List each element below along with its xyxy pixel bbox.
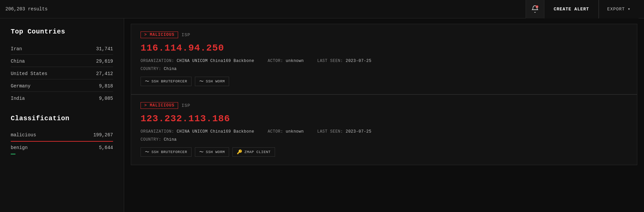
tag[interactable]: 〜 SSH WORM <box>195 147 229 157</box>
actor-meta: ACTOR: unknown <box>268 129 304 134</box>
classification-item[interactable]: benign 5,644 <box>11 142 113 154</box>
alert-icon-button[interactable]: ! <box>526 0 544 18</box>
chevron-down-icon: ▾ <box>628 6 631 12</box>
tag-icon: 🔑 <box>237 149 243 155</box>
classification-count: 5,644 <box>99 145 113 150</box>
tag[interactable]: 🔑 ZMAP CLIENT <box>232 147 275 157</box>
country-item[interactable]: India 9,085 <box>11 92 113 104</box>
create-alert-button[interactable]: CREATE ALERT <box>544 0 599 18</box>
country-item[interactable]: China 29,619 <box>11 55 113 67</box>
export-label: EXPORT <box>607 7 625 12</box>
bell-icon: ! <box>531 5 539 13</box>
results-list: > MALICIOUS ISP 116.114.94.250 ORGANIZAT… <box>131 24 637 165</box>
country-value: China <box>164 67 177 71</box>
ip-address[interactable]: 123.232.113.186 <box>141 114 628 124</box>
tags-container: 〜 SSH BRUTEFORCER 〜 SSH WORM <box>141 77 628 86</box>
organization-meta: ORGANIZATION: CHINA UNICOM China169 Back… <box>141 129 254 134</box>
classification-name: malicious <box>11 132 36 138</box>
classification-count: 199,267 <box>93 132 113 138</box>
country-item[interactable]: Germany 9,818 <box>11 79 113 92</box>
main-layout: Top Countries Iran 31,741 China 29,619 U… <box>0 18 644 212</box>
tag-label: ZMAP CLIENT <box>245 150 271 154</box>
top-bar: 206,203 results ! CREATE ALERT EXPORT ▾ <box>0 0 644 18</box>
classification-title: Classification <box>11 115 113 122</box>
svg-text:!: ! <box>537 6 537 8</box>
result-card: > MALICIOUS ISP 123.232.113.186 ORGANIZA… <box>131 94 637 165</box>
country-count: 9,818 <box>99 83 113 89</box>
classification-item[interactable]: malicious 199,267 <box>11 129 113 142</box>
country-meta: COUNTRY: China <box>141 67 628 71</box>
tag-icon: 〜 <box>199 78 204 84</box>
country-name: India <box>11 96 25 101</box>
card-header: > MALICIOUS ISP <box>141 31 628 38</box>
countries-list: Iran 31,741 China 29,619 United States 2… <box>11 42 113 104</box>
card-header: > MALICIOUS ISP <box>141 102 628 109</box>
country-count: 29,619 <box>96 59 113 64</box>
tag-label: SSH BRUTEFORCER <box>152 79 187 83</box>
country-item[interactable]: Iran 31,741 <box>11 42 113 55</box>
card-type: ISP <box>181 32 190 38</box>
country-count: 9,085 <box>99 96 113 101</box>
last-seen-value: 2023-07-25 <box>345 59 371 63</box>
last-seen-value: 2023-07-25 <box>345 129 371 134</box>
tag[interactable]: 〜 SSH BRUTEFORCER <box>141 77 192 86</box>
classification-list: malicious 199,267 benign 5,644 <box>11 129 113 154</box>
tag-label: SSH WORM <box>206 150 225 154</box>
actor-value: unknown <box>286 129 304 134</box>
tags-container: 〜 SSH BRUTEFORCER 〜 SSH WORM 🔑 ZMAP CLIE… <box>141 147 628 157</box>
ip-address[interactable]: 116.114.94.250 <box>141 43 628 53</box>
export-button[interactable]: EXPORT ▾ <box>599 0 639 18</box>
top-bar-actions: ! CREATE ALERT EXPORT ▾ <box>526 0 639 18</box>
country-item[interactable]: United States 27,412 <box>11 67 113 79</box>
country-name: United States <box>11 71 47 76</box>
card-meta: ORGANIZATION: CHINA UNICOM China169 Back… <box>141 59 628 63</box>
last-seen-meta: LAST SEEN: 2023-07-25 <box>317 129 372 134</box>
tag[interactable]: 〜 SSH BRUTEFORCER <box>141 147 192 157</box>
organization-meta: ORGANIZATION: CHINA UNICOM China169 Back… <box>141 59 254 63</box>
tag-label: SSH BRUTEFORCER <box>152 150 187 154</box>
country-name: China <box>11 59 25 64</box>
country-value: China <box>164 137 177 142</box>
results-count: 206,203 results <box>5 6 48 12</box>
card-meta: ORGANIZATION: CHINA UNICOM China169 Back… <box>141 129 628 134</box>
results-panel: > MALICIOUS ISP 116.114.94.250 ORGANIZAT… <box>124 18 644 212</box>
actor-meta: ACTOR: unknown <box>268 59 304 63</box>
country-count: 31,741 <box>96 46 113 52</box>
country-name: Germany <box>11 83 31 89</box>
result-card: > MALICIOUS ISP 116.114.94.250 ORGANIZAT… <box>131 24 637 94</box>
malicious-badge[interactable]: > MALICIOUS <box>141 31 178 38</box>
country-name: Iran <box>11 46 22 52</box>
tag-icon: 〜 <box>145 78 150 84</box>
sidebar: Top Countries Iran 31,741 China 29,619 U… <box>0 18 124 212</box>
top-countries-title: Top Countries <box>11 28 113 36</box>
classification-bar <box>11 154 15 154</box>
tag-label: SSH WORM <box>206 79 225 83</box>
last-seen-meta: LAST SEEN: 2023-07-25 <box>317 59 372 63</box>
card-type: ISP <box>181 103 190 108</box>
malicious-badge[interactable]: > MALICIOUS <box>141 102 178 109</box>
tag-icon: 〜 <box>199 149 204 155</box>
tag[interactable]: 〜 SSH WORM <box>195 77 229 86</box>
classification-section: Classification malicious 199,267 benign … <box>11 115 113 154</box>
organization-value: CHINA UNICOM China169 Backbone <box>177 129 254 134</box>
organization-value: CHINA UNICOM China169 Backbone <box>177 59 254 63</box>
country-count: 27,412 <box>96 71 113 76</box>
classification-name: benign <box>11 145 28 150</box>
actor-value: unknown <box>286 59 304 63</box>
country-meta: COUNTRY: China <box>141 137 628 142</box>
tag-icon: 〜 <box>145 149 150 155</box>
